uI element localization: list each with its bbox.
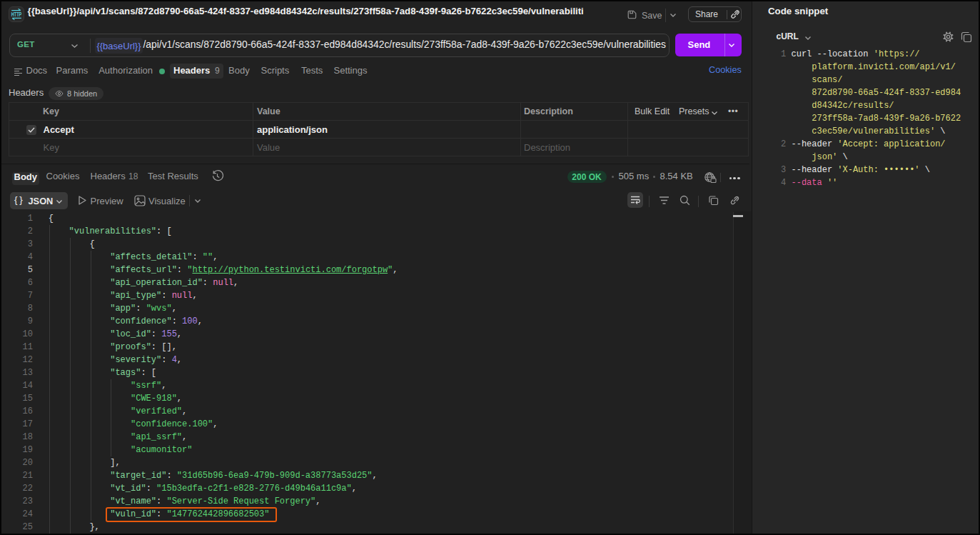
svg-text:HTTP: HTTP [11,11,22,18]
